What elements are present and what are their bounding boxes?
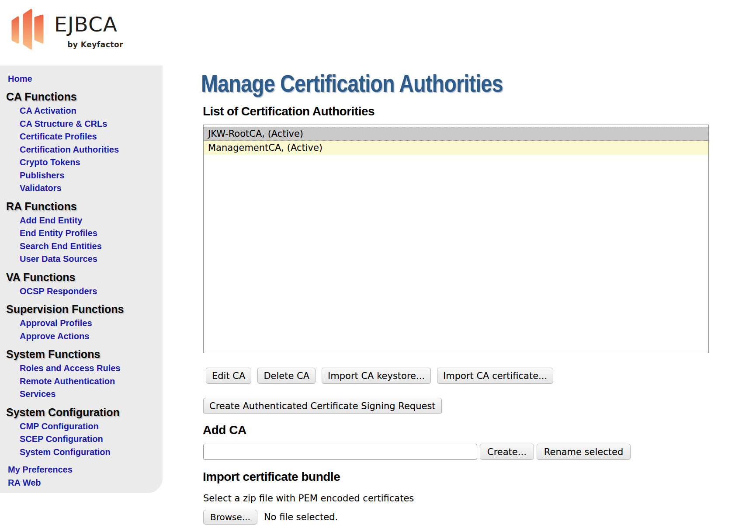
import-bundle-description: Select a zip file with PEM encoded certi…	[203, 493, 414, 504]
sidebar-section-supervision-functions: Supervision Functions	[6, 302, 163, 316]
sidebar-section-system-configuration: System Configuration	[6, 405, 163, 419]
ca-list-option[interactable]: ManagementCA, (Active)	[204, 141, 708, 155]
add-ca-heading: Add CA	[203, 423, 246, 438]
sidebar-item-user-data-sources[interactable]: User Data Sources	[20, 253, 163, 266]
sidebar-item-ra-web[interactable]: RA Web	[8, 476, 163, 489]
create-ca-button[interactable]: Create...	[480, 444, 534, 460]
sidebar-item-publishers[interactable]: Publishers	[20, 169, 163, 182]
logo-subtitle: by Keyfactor	[54, 40, 123, 49]
import-ca-certificate-button[interactable]: Import CA certificate...	[437, 368, 553, 384]
sidebar-item-ocsp-responders[interactable]: OCSP Responders	[20, 285, 163, 298]
sidebar-item-my-preferences[interactable]: My Preferences	[8, 463, 163, 476]
logo-title: EJBCA	[54, 14, 118, 35]
sidebar-item-home[interactable]: Home	[8, 72, 163, 85]
sidebar-item-scep-configuration[interactable]: SCEP Configuration	[20, 433, 163, 446]
file-upload-row: Browse... No file selected.	[203, 510, 338, 525]
sidebar-item-remote-authentication[interactable]: Remote Authentication	[20, 375, 163, 388]
ca-listbox[interactable]: JKW-RootCA, (Active) ManagementCA, (Acti…	[203, 125, 709, 353]
ejbca-admin-page: EJBCA by Keyfactor Home CA Functions CA …	[0, 0, 756, 532]
sidebar-item-validators[interactable]: Validators	[20, 182, 163, 195]
edit-ca-button[interactable]: Edit CA	[206, 368, 251, 384]
sidebar-item-approve-actions[interactable]: Approve Actions	[20, 330, 163, 343]
add-ca-row: Create... Rename selected	[203, 444, 631, 460]
sidebar-item-cmp-configuration[interactable]: CMP Configuration	[20, 420, 163, 433]
rename-selected-button[interactable]: Rename selected	[537, 444, 631, 460]
sidebar-section-system-functions: System Functions	[6, 347, 163, 361]
sidebar-item-services[interactable]: Services	[20, 388, 163, 401]
sidebar-nav: Home CA Functions CA Activation CA Struc…	[0, 66, 163, 493]
sidebar-item-system-configuration[interactable]: System Configuration	[20, 446, 163, 459]
import-ca-keystore-button[interactable]: Import CA keystore...	[322, 368, 431, 384]
ca-list-heading: List of Certification Authorities	[203, 104, 375, 119]
ejbca-logo-bars-icon	[10, 8, 45, 53]
sidebar-item-end-entity-profiles[interactable]: End Entity Profiles	[20, 227, 163, 240]
sidebar-section-va-functions: VA Functions	[6, 270, 163, 284]
sidebar-item-crypto-tokens[interactable]: Crypto Tokens	[20, 156, 163, 169]
ca-name-input[interactable]	[203, 444, 477, 460]
sidebar-section-ca-functions: CA Functions	[6, 90, 163, 104]
sidebar-item-certification-authorities[interactable]: Certification Authorities	[20, 143, 163, 156]
ca-actions-row: Edit CA Delete CA Import CA keystore... …	[206, 368, 553, 384]
sidebar-item-add-end-entity[interactable]: Add End Entity	[20, 214, 163, 227]
ca-list-option[interactable]: JKW-RootCA, (Active)	[204, 127, 708, 141]
file-status-text: No file selected.	[264, 512, 338, 522]
sidebar-section-ra-functions: RA Functions	[6, 199, 163, 213]
sidebar-item-approval-profiles[interactable]: Approval Profiles	[20, 317, 163, 330]
delete-ca-button[interactable]: Delete CA	[257, 368, 316, 384]
browse-file-button[interactable]: Browse...	[203, 510, 257, 525]
import-bundle-heading: Import certificate bundle	[203, 469, 340, 484]
sidebar-item-roles-and-access-rules[interactable]: Roles and Access Rules	[20, 362, 163, 375]
sidebar-item-search-end-entities[interactable]: Search End Entities	[20, 240, 163, 253]
sidebar-item-ca-activation[interactable]: CA Activation	[20, 104, 163, 118]
create-csr-button[interactable]: Create Authenticated Certificate Signing…	[203, 398, 442, 414]
sidebar-item-ca-structure-crls[interactable]: CA Structure & CRLs	[20, 118, 163, 131]
csr-row: Create Authenticated Certificate Signing…	[203, 398, 442, 414]
page-title: Manage Certification Authorities	[201, 70, 503, 97]
ejbca-logo[interactable]: EJBCA by Keyfactor	[10, 7, 142, 57]
sidebar-item-certificate-profiles[interactable]: Certificate Profiles	[20, 130, 163, 143]
